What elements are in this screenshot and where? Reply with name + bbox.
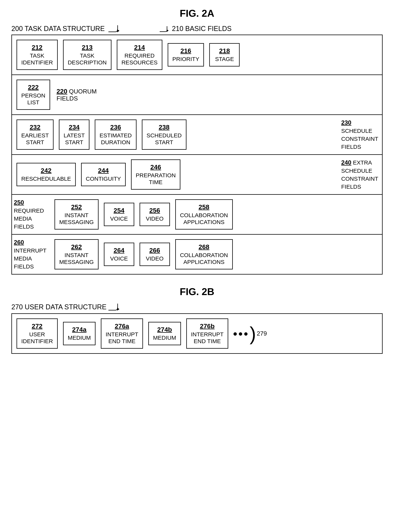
cell-274b: 274b MEDIUM xyxy=(148,322,181,345)
required-media-label: 250REQUIREDMEDIAFIELDS xyxy=(14,198,52,231)
row-interrupt-media: 260INTERRUPTMEDIAFIELDS 262 INSTANT MESS… xyxy=(12,235,382,274)
cell-246: 246 PREPARATION TIME xyxy=(131,159,181,190)
row-schedule: 232 EARLIEST START 234 LATEST START 236 … xyxy=(12,115,382,155)
cell-234: 234 LATEST START xyxy=(59,120,89,150)
user-data-structure-label: 270 USER DATA STRUCTURE xyxy=(11,303,107,311)
cell-266: 266 VIDEO xyxy=(140,243,170,266)
cell-258: 258 COLLABORATION APPLICATIONS xyxy=(175,199,233,230)
fig2a-title: FIG. 2A xyxy=(11,8,383,19)
cell-212: 212 TASK IDENTIFIER xyxy=(16,40,58,70)
basic-fields-label: 210 BASIC FIELDS xyxy=(160,25,232,33)
fig2b-section: FIG. 2B 270 USER DATA STRUCTURE 272 USER… xyxy=(11,286,383,354)
cell-274a: 274a MEDIUM xyxy=(63,322,96,345)
cell-232: 232 EARLIEST START xyxy=(16,120,54,150)
row-basic: 212 TASK IDENTIFIER 213 TASK DESCRIPTION… xyxy=(12,35,382,75)
interrupt-media-label: 260INTERRUPTMEDIAFIELDS xyxy=(14,238,52,271)
curve-arrow-1 xyxy=(109,25,118,32)
quorum-fields-label: 220 QUORUMFIELDS xyxy=(53,88,97,102)
curve-arrow-2 xyxy=(109,304,118,311)
cell-264: 264 VOICE xyxy=(104,243,134,266)
cell-272: 272 USER IDENTIFIER xyxy=(16,318,58,349)
schedule-constraint-label: 230SCHEDULECONSTRAINTFIELDS xyxy=(336,118,380,151)
brace-symbol: ) xyxy=(250,326,256,341)
brace-number: 279 xyxy=(257,330,267,337)
dots-brace-container: ●●● ) 279 xyxy=(233,326,267,341)
cell-238: 238 SCHEDULED START xyxy=(142,120,187,150)
cell-213: 213 TASK DESCRIPTION xyxy=(63,40,111,70)
fig2b-title: FIG. 2B xyxy=(11,286,383,297)
cell-244: 244 CONTIGUITY xyxy=(81,163,126,186)
cell-216: 216 PRIORITY xyxy=(168,43,204,67)
cell-268: 268 COLLABORATION APPLICATIONS xyxy=(175,239,233,269)
user-data-outer-box: 272 USER IDENTIFIER 274a MEDIUM 276a INT… xyxy=(11,313,383,354)
cell-218: 218 STAGE xyxy=(209,43,240,67)
cell-276b: 276b INTERRUPT END TIME xyxy=(186,318,228,349)
row-required-media: 250REQUIREDMEDIAFIELDS 252 INSTANT MESSA… xyxy=(12,195,382,235)
cell-252: 252 INSTANT MESSAGING xyxy=(54,199,98,230)
task-data-outer-box: 212 TASK IDENTIFIER 213 TASK DESCRIPTION… xyxy=(11,35,383,274)
row-quorum: 222 PERSON LIST 220 QUORUMFIELDS xyxy=(12,75,382,115)
fig2a-section: FIG. 2A 200 TASK DATA STRUCTURE 210 BASI… xyxy=(11,8,383,274)
row-extra-schedule: 242 RESCHEDULABLE 244 CONTIGUITY 246 PRE… xyxy=(12,155,382,195)
cell-254: 254 VOICE xyxy=(104,203,134,226)
cell-222: 222 PERSON LIST xyxy=(16,80,50,110)
cell-256: 256 VIDEO xyxy=(140,203,170,226)
cell-242: 242 RESCHEDULABLE xyxy=(16,163,76,186)
cell-262: 262 INSTANT MESSAGING xyxy=(54,239,98,269)
task-data-structure-label: 200 TASK DATA STRUCTURE xyxy=(11,25,105,33)
ellipsis-dots: ●●● xyxy=(233,329,249,338)
cell-214: 214 REQUIRED RESOURCES xyxy=(117,40,162,70)
cell-276a: 276a INTERRUPT END TIME xyxy=(101,318,143,349)
extra-schedule-label: 240 EXTRASCHEDULECONSTRAINTFIELDS xyxy=(336,158,380,191)
cell-236: 236 ESTIMATED DURATION xyxy=(95,120,136,150)
